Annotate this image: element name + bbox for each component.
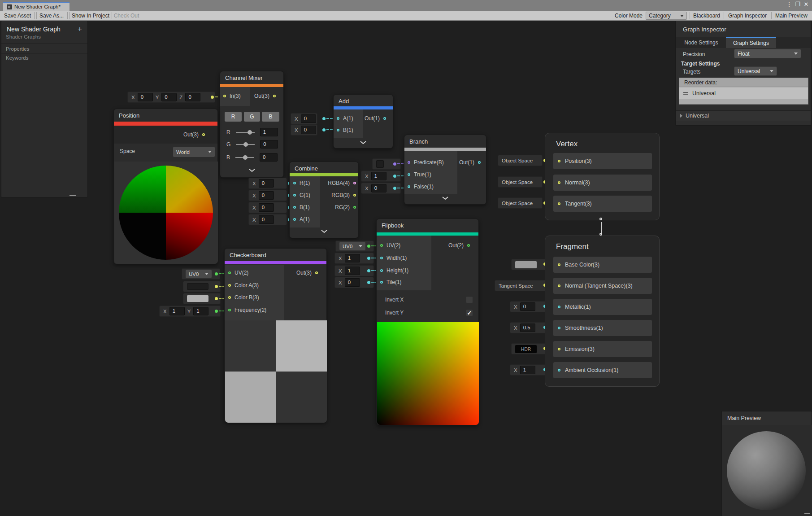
vertex-context-block[interactable]: Vertex Position(3) Normal(3) Tangent(3) — [545, 133, 660, 220]
channel-mixer-in-default-input[interactable]: X0 Y0 Z0 — [127, 92, 215, 103]
channel-g-button[interactable]: G — [244, 112, 260, 122]
fragment-smoothness-row[interactable]: Smoothness(1) — [553, 320, 652, 336]
node-position[interactable]: Position Out(3) Space World — [113, 109, 218, 264]
node-add[interactable]: Add A(1) B(1) Out(1) — [333, 94, 393, 149]
uv-channel-dropdown[interactable]: UV0 — [339, 242, 365, 250]
r-value-field[interactable]: 1 — [260, 128, 278, 136]
collapse-preview-button[interactable] — [404, 196, 486, 200]
r-value-field[interactable]: 0 — [259, 179, 274, 188]
y-value-field[interactable]: 0 — [161, 93, 177, 101]
precision-dropdown[interactable]: Float — [734, 49, 801, 58]
tile-value-field[interactable]: 0 — [345, 278, 360, 287]
drag-handle-icon[interactable] — [683, 92, 688, 95]
uv-channel-dropdown[interactable]: UV0 — [186, 270, 212, 278]
checkerboard-frequency-input[interactable]: X1 Y1 — [159, 306, 221, 317]
graph-inspector-toggle-button[interactable]: Graph Inspector — [725, 11, 770, 21]
b-value-field[interactable]: 0 — [260, 153, 278, 162]
main-preview-toggle-button[interactable]: Main Preview — [773, 11, 810, 21]
add-property-button[interactable]: + — [78, 25, 82, 34]
g-slider[interactable] — [236, 144, 255, 145]
port-uv[interactable]: UV(2) — [380, 242, 400, 249]
vertex-tangent-space-pill[interactable]: Object Space — [498, 197, 543, 209]
port-a[interactable]: A(1) — [337, 115, 353, 122]
vertex-position-row[interactable]: Position(3) — [553, 153, 652, 169]
port-color-a[interactable]: Color A(3) — [228, 282, 259, 289]
smoothness-value-field[interactable]: 0.5 — [520, 324, 535, 332]
invert-y-checkbox[interactable]: ✓ — [466, 309, 473, 316]
node-checkerboard[interactable]: Checkerboard UV(2) Color A(3) Color B(3)… — [224, 248, 327, 423]
check-out-button[interactable]: Check Out — [113, 11, 140, 21]
reorder-item-universal[interactable]: Universal — [679, 87, 808, 99]
color-b-swatch[interactable] — [187, 295, 208, 302]
combine-a-default-input[interactable]: X0 — [248, 214, 287, 225]
ao-value-field[interactable]: 1 — [520, 366, 535, 374]
port-rg[interactable]: RG(2) — [322, 204, 356, 210]
add-a-default-input[interactable]: X0 — [291, 113, 317, 124]
vertex-normal-row[interactable]: Normal(3) — [553, 175, 652, 191]
node-channel-mixer[interactable]: Channel Mixer In(3) Out(3) R G B R 1 G 0… — [220, 71, 284, 178]
combine-g-default-input[interactable]: X0 — [248, 190, 287, 201]
port-rgb[interactable]: RGB(3) — [322, 192, 356, 198]
port-predicate[interactable]: Predicate(B) — [408, 159, 444, 166]
combine-b-default-input[interactable]: X0 — [248, 202, 287, 213]
targets-dropdown[interactable]: Universal — [734, 66, 777, 76]
port-tile[interactable]: Tile(1) — [380, 279, 402, 285]
save-asset-button[interactable]: Save Asset — [3, 11, 32, 21]
port-frequency[interactable]: Frequency(2) — [228, 307, 266, 313]
b-slider[interactable] — [235, 157, 254, 158]
vertex-normal-space-pill[interactable]: Object Space — [498, 176, 543, 188]
node-combine[interactable]: Combine R(1) G(1) B(1) A(1) RGBA(4) RGB(… — [289, 162, 359, 238]
predicate-checkbox[interactable] — [376, 160, 384, 168]
branch-predicate-default-input[interactable] — [372, 158, 401, 170]
port-in[interactable]: In(3) — [223, 93, 241, 99]
fragment-normal-row[interactable]: Normal (Tangent Space)(3) — [553, 278, 652, 294]
b-value-field[interactable]: 0 — [259, 203, 274, 212]
base-color-swatch[interactable] — [515, 261, 537, 268]
node-flipbook[interactable]: Flipbook UV(2) Width(1) Height(1) Tile(1… — [376, 219, 479, 425]
keywords-section[interactable]: Keywords — [6, 55, 29, 61]
fragment-base-color-row[interactable]: Base Color(3) — [553, 257, 652, 273]
panel-resize-handle[interactable] — [69, 195, 76, 196]
vertex-tangent-row[interactable]: Tangent(3) — [553, 196, 652, 212]
port-r[interactable]: R(1) — [293, 180, 310, 186]
color-mode-dropdown[interactable]: Category — [646, 12, 687, 20]
show-in-project-button[interactable]: Show In Project — [71, 11, 110, 21]
properties-section[interactable]: Properties — [6, 46, 29, 52]
frequency-x-field[interactable]: 1 — [169, 307, 185, 315]
port-g[interactable]: G(1) — [293, 192, 310, 198]
port-height[interactable]: Height(1) — [380, 267, 408, 274]
height-value-field[interactable]: 1 — [345, 267, 360, 275]
port-b[interactable]: B(1) — [337, 127, 353, 133]
window-close-icon[interactable]: ✕ — [803, 1, 810, 8]
port-rgba[interactable]: RGBA(4) — [322, 180, 356, 186]
port-width[interactable]: Width(1) — [380, 255, 407, 261]
port-false[interactable]: False(1) — [408, 184, 434, 190]
main-preview-viewport[interactable] — [722, 425, 812, 516]
invert-x-checkbox[interactable] — [466, 296, 473, 303]
metallic-value-field[interactable]: 0 — [520, 302, 535, 311]
vertex-position-space-pill[interactable]: Object Space — [498, 155, 543, 166]
space-dropdown[interactable]: World — [173, 147, 215, 157]
g-value-field[interactable]: 0 — [260, 140, 278, 149]
z-value-field[interactable]: 0 — [185, 93, 200, 101]
fragment-normal-space-pill[interactable]: Tangent Space — [495, 280, 550, 291]
document-tab[interactable]: New Shader Graph* — [3, 2, 69, 11]
port-uv[interactable]: UV(2) — [228, 270, 248, 276]
collapse-preview-button[interactable] — [334, 140, 393, 144]
color-a-swatch[interactable] — [187, 283, 208, 290]
tab-node-settings[interactable]: Node Settings — [677, 37, 726, 48]
universal-foldout[interactable]: Universal — [676, 110, 811, 121]
fragment-ao-row[interactable]: Ambient Occlusion(1) — [553, 362, 652, 378]
port-out[interactable]: Out(1) — [459, 159, 481, 166]
tab-graph-settings[interactable]: Graph Settings — [726, 37, 776, 48]
port-out[interactable]: Out(1) — [365, 115, 386, 122]
collapse-preview-button[interactable] — [220, 168, 283, 172]
frequency-y-field[interactable]: 1 — [193, 307, 208, 315]
save-as-button[interactable]: Save As... — [38, 11, 65, 21]
panel-resize-handle[interactable] — [804, 513, 810, 514]
false-value-field[interactable]: 0 — [371, 184, 386, 192]
blackboard-toggle-button[interactable]: Blackboard — [691, 11, 722, 21]
hdr-color-swatch[interactable]: HDR — [515, 345, 537, 353]
r-slider[interactable] — [236, 132, 255, 133]
window-menu-icon[interactable]: ⋮ — [786, 1, 793, 8]
